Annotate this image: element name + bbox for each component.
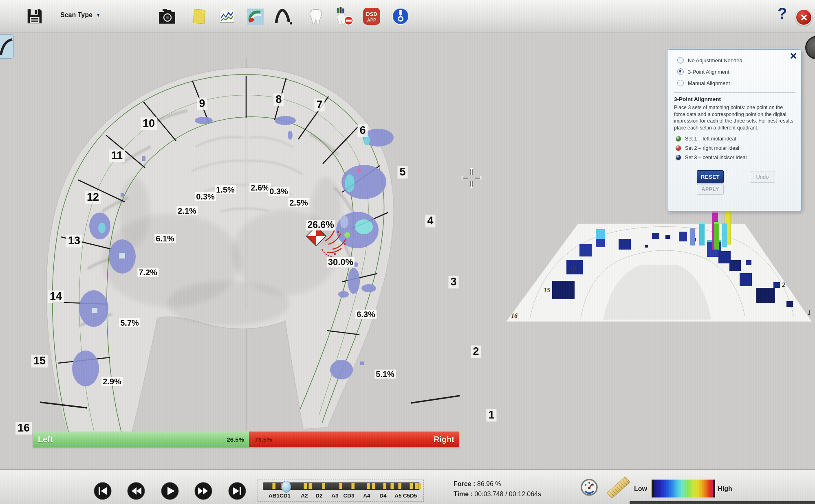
set-label: Set 2 – right molar ideal (685, 145, 739, 151)
alignment-set: Set 3 – central incisor ideal (674, 153, 795, 162)
sensor-icon (245, 7, 266, 26)
alignment-option-label: Manual Alignment (688, 80, 730, 86)
rewind-button[interactable] (126, 481, 146, 501)
set-color-icon (676, 155, 681, 160)
close-icon (800, 14, 808, 21)
set-color-icon (676, 136, 681, 141)
balance-right-value: 73.5% (255, 436, 272, 443)
alignment-set: Set 1 – left molar ideal (674, 134, 795, 143)
gauge-icon[interactable] (580, 478, 598, 496)
set-label: Set 1 – left molar ideal (685, 136, 736, 142)
tooth-force-disable-icon (334, 6, 355, 26)
toolbar: Scan Type ▼ (0, 0, 815, 33)
help-button[interactable]: ? (778, 6, 787, 21)
scan-type-dropdown[interactable]: Scan Type ▼ (60, 11, 101, 19)
dialog-buttons: RESET APPLY Undo (674, 169, 795, 196)
time-value: 00:03.748 / 00:12.064s (474, 491, 541, 497)
balance-right-segment: 73.5% Right (249, 432, 459, 447)
sensor-button[interactable] (245, 6, 266, 26)
radio-icon[interactable] (677, 68, 684, 75)
dialog-divider (674, 92, 795, 93)
svg-text:APP: APP (367, 18, 377, 22)
undo-button[interactable]: Undo (750, 171, 775, 183)
play-button[interactable] (160, 481, 180, 501)
camera-icon (157, 7, 177, 25)
reset-button[interactable]: RESET (697, 170, 724, 183)
tooth-view-button[interactable] (306, 6, 326, 26)
skip-start-button[interactable] (93, 481, 112, 501)
close-button[interactable] (795, 9, 812, 26)
force-readout: Force : 86.96 % (454, 479, 541, 489)
alignment-sets: Set 1 – left molar ideal Set 2 – right m… (674, 134, 795, 162)
alignment-options: No Adjustment Needed 3-Point Alignment M… (674, 55, 795, 89)
alignment-set: Set 2 – right molar ideal (674, 143, 795, 153)
rewind-icon (126, 481, 146, 501)
apply-button[interactable]: APPLY (697, 184, 724, 195)
edge-tool-button[interactable] (0, 34, 14, 59)
status-readout: Force : 86.96 % Time : 00:03.748 / 00:12… (454, 479, 541, 499)
force-label: Force : (454, 480, 475, 487)
dsd-app-icon: DSD APP (362, 7, 381, 26)
tooth-icon (307, 7, 325, 26)
alignment-option[interactable]: 3-Point Alignment (674, 66, 795, 77)
legend-high-label: High (718, 485, 732, 493)
alignment-option[interactable]: No Adjustment Needed (674, 55, 795, 66)
dialog-divider (674, 166, 795, 166)
legend-low-label: Low (634, 485, 647, 493)
dialog-close-icon[interactable] (790, 52, 797, 59)
save-icon (25, 7, 44, 26)
save-button[interactable] (24, 6, 45, 26)
play-icon (160, 481, 180, 501)
fast-forward-button[interactable] (194, 481, 213, 501)
set-color-icon (676, 145, 681, 151)
notes-button[interactable] (189, 6, 209, 26)
left-right-balance-bar: Left 26.5% 73.5% Right (33, 432, 459, 447)
alignment-option[interactable]: Manual Alignment (674, 77, 795, 89)
force-value: 86.96 % (477, 480, 501, 487)
alignment-dialog: No Adjustment Needed 3-Point Alignment M… (667, 49, 802, 211)
alignment-option-label: 3-Point Alignment (688, 69, 729, 75)
settings-head-icon (391, 7, 410, 26)
scan-type-label: Scan Type (60, 11, 93, 19)
force-color-scale (652, 480, 715, 497)
arch-icon (272, 7, 293, 26)
chevron-down-icon: ▼ (96, 13, 101, 18)
svg-text:DSD: DSD (366, 11, 377, 17)
dialog-section-title: 3-Point Alignment (674, 96, 795, 102)
balance-right-label: Right (434, 435, 454, 444)
arch-tool-button[interactable] (272, 6, 293, 26)
balance-left-label: Left (38, 435, 53, 444)
fast-forward-icon (194, 481, 213, 501)
set-label: Set 3 – central incisor ideal (685, 155, 747, 160)
app-window: 12345678910111213141516 0.3%1.5%2.6%0.3%… (0, 0, 815, 504)
disable-force-button[interactable] (334, 6, 355, 26)
skip-end-icon (227, 481, 247, 501)
crosshair-cursor (462, 169, 481, 187)
force-graph-button[interactable] (217, 6, 237, 26)
arch-partial-icon (0, 35, 13, 58)
maxilla-model (46, 68, 394, 439)
skip-start-icon (93, 481, 112, 501)
alignment-option-label: No Adjustment Needed (688, 57, 742, 64)
timeline-handle[interactable] (282, 481, 291, 493)
balance-left-segment: Left 26.5% (33, 432, 249, 447)
time-readout: Time : 00:03.748 / 00:12.064s (454, 489, 541, 499)
dialog-description: Place 3 sets of matching points: one poi… (674, 104, 795, 131)
time-label: Time : (454, 491, 473, 497)
radio-icon[interactable] (677, 57, 684, 64)
balance-left-value: 26.5% (227, 436, 244, 443)
radio-icon[interactable] (677, 80, 684, 86)
screen-edge (630, 501, 815, 504)
settings-button[interactable] (390, 6, 411, 26)
skip-end-button[interactable] (227, 481, 247, 501)
snapshot-button[interactable] (157, 6, 177, 26)
dsd-app-button[interactable]: DSD APP (361, 6, 382, 26)
note-icon (190, 7, 209, 26)
graph-icon (217, 7, 237, 26)
